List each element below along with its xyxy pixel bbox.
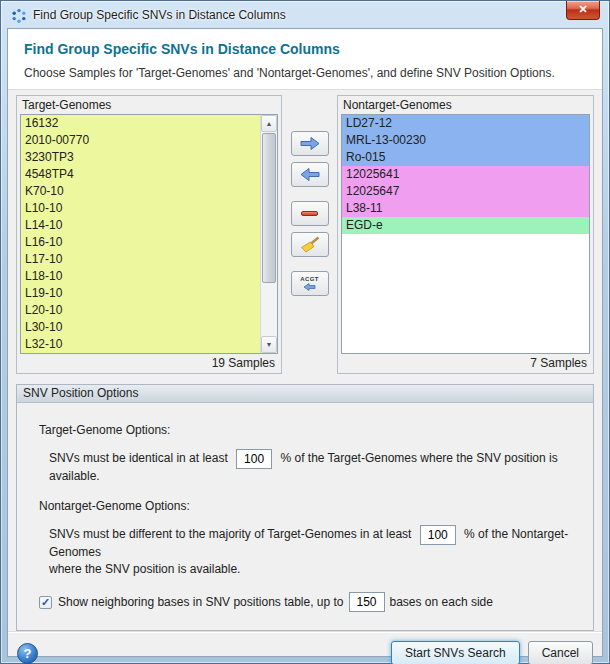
remove-button[interactable] xyxy=(291,201,329,226)
list-item[interactable]: LD27-12 xyxy=(342,115,589,132)
target-list-scrollbar[interactable]: ▲ ▼ xyxy=(260,115,277,353)
snv-options-body: Target-Genome Options: SNVs must be iden… xyxy=(17,403,593,630)
genome-lists-row: Target-Genomes 161322010-007703230TP3454… xyxy=(8,90,602,378)
target-option-text-before: SNVs must be identical in at least xyxy=(49,451,228,465)
target-sample-count: 19 Samples xyxy=(17,354,281,373)
list-item[interactable]: L17-10 xyxy=(21,251,260,268)
neighbor-text-before: Show neighboring bases in SNV positions … xyxy=(58,595,344,609)
nontarget-option-text-before: SNVs must be different to the majority o… xyxy=(49,527,411,541)
list-item[interactable]: 3230TP3 xyxy=(21,149,260,166)
scrollbar-thumb[interactable] xyxy=(262,133,276,283)
acgt-label: ACGT xyxy=(300,276,319,282)
list-item[interactable]: Ro-015 xyxy=(342,149,589,166)
nontarget-options-heading: Nontarget-Genome Options: xyxy=(39,499,581,513)
list-item[interactable]: L16-10 xyxy=(21,234,260,251)
list-item[interactable]: L10-10 xyxy=(21,200,260,217)
neighbor-bases-input[interactable] xyxy=(349,592,385,612)
window-title: Find Group Specific SNVs in Distance Col… xyxy=(33,8,286,22)
list-item[interactable]: L20-10 xyxy=(21,302,260,319)
list-item[interactable]: 12025647 xyxy=(342,183,589,200)
target-genomes-list[interactable]: 161322010-007703230TP34548TP4K70-10L10-1… xyxy=(21,115,260,353)
footer-bar: ? Start SNVs Search Cancel xyxy=(8,631,602,664)
page-subtitle: Choose Samples for 'Target-Genomes' and … xyxy=(24,66,586,80)
dialog-body: Find Group Specific SNVs in Distance Col… xyxy=(7,28,603,657)
page-title: Find Group Specific SNVs in Distance Col… xyxy=(24,41,586,57)
list-item[interactable]: L19-10 xyxy=(21,285,260,302)
target-genomes-listbox: 161322010-007703230TP34548TP4K70-10L10-1… xyxy=(20,114,278,354)
list-item[interactable]: L32-10 xyxy=(21,336,260,353)
list-item[interactable]: K70-10 xyxy=(21,183,260,200)
arrow-left-icon xyxy=(299,167,321,182)
help-button[interactable]: ? xyxy=(17,643,38,664)
list-item[interactable]: MRL-13-00230 xyxy=(342,132,589,149)
neighbor-bases-checkbox[interactable]: ✓ xyxy=(39,596,52,609)
snv-position-options-panel: SNV Position Options Target-Genome Optio… xyxy=(16,384,594,631)
list-item[interactable]: 2010-00770 xyxy=(21,132,260,149)
target-options-heading: Target-Genome Options: xyxy=(39,423,581,437)
acgt-transfer-button[interactable]: ACGT xyxy=(291,271,329,296)
scroll-down-icon[interactable]: ▼ xyxy=(261,336,277,353)
list-item[interactable]: L30-10 xyxy=(21,319,260,336)
app-icon xyxy=(11,8,27,24)
title-bar[interactable]: Find Group Specific SNVs in Distance Col… xyxy=(7,1,603,28)
neighboring-bases-option: ✓ Show neighboring bases in SNV position… xyxy=(39,592,581,612)
small-arrow-left-icon xyxy=(303,283,316,291)
clear-button[interactable] xyxy=(291,232,329,257)
target-genomes-title: Target-Genomes xyxy=(17,96,281,114)
check-icon: ✓ xyxy=(41,597,50,608)
arrow-right-icon xyxy=(299,136,321,151)
snv-options-header: SNV Position Options xyxy=(17,385,593,403)
dialog-window: Find Group Specific SNVs in Distance Col… xyxy=(0,0,610,664)
cancel-button[interactable]: Cancel xyxy=(528,641,593,664)
target-genomes-panel: Target-Genomes 161322010-007703230TP3454… xyxy=(16,95,282,374)
nontarget-genomes-title: Nontarget-Genomes xyxy=(338,96,593,114)
neighbor-text-after: bases on each side xyxy=(390,595,493,609)
nontarget-difference-option: SNVs must be different to the majority o… xyxy=(49,525,581,559)
list-item[interactable]: EGD-e xyxy=(342,217,589,234)
list-item[interactable]: 16132 xyxy=(21,115,260,132)
list-item[interactable]: L38-11 xyxy=(342,200,589,217)
transfer-buttons: ACGT xyxy=(284,95,336,302)
nontarget-sample-count: 7 Samples xyxy=(338,354,593,373)
dialog-header: Find Group Specific SNVs in Distance Col… xyxy=(8,29,602,90)
move-left-button[interactable] xyxy=(291,162,329,187)
target-percent-input[interactable] xyxy=(236,449,272,469)
start-snvs-search-button[interactable]: Start SNVs Search xyxy=(391,641,520,664)
list-item[interactable]: L18-10 xyxy=(21,268,260,285)
nontarget-genomes-list[interactable]: LD27-12MRL-13-00230Ro-015120256411202564… xyxy=(342,115,589,353)
list-item[interactable]: L14-10 xyxy=(21,217,260,234)
target-identity-option: SNVs must be identical in at least % of … xyxy=(49,449,581,483)
acgt-arrow-icon: ACGT xyxy=(300,276,319,291)
list-item[interactable]: 4548TP4 xyxy=(21,166,260,183)
minus-icon xyxy=(301,211,318,216)
nontarget-genomes-listbox: LD27-12MRL-13-00230Ro-015120256411202564… xyxy=(341,114,590,354)
nontarget-option-text-line2: where the SNV position is available. xyxy=(49,562,581,576)
scrollbar-track[interactable] xyxy=(261,132,277,336)
move-right-button[interactable] xyxy=(291,131,329,156)
broom-icon xyxy=(300,236,320,253)
nontarget-genomes-panel: Nontarget-Genomes LD27-12MRL-13-00230Ro-… xyxy=(337,95,594,374)
close-button[interactable]: ✕ xyxy=(566,1,600,20)
list-item[interactable]: 12025641 xyxy=(342,166,589,183)
nontarget-percent-input[interactable] xyxy=(420,525,456,545)
scroll-up-icon[interactable]: ▲ xyxy=(261,115,277,132)
